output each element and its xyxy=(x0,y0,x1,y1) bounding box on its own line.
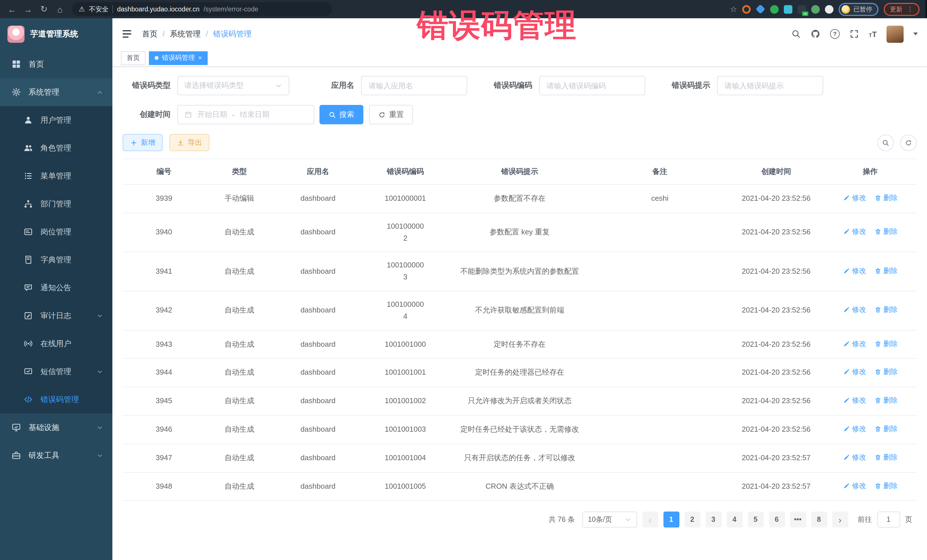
ublock-extension-icon[interactable] xyxy=(742,5,751,14)
sidebar-item-sms-management[interactable]: 短信管理 xyxy=(0,358,112,385)
error-msg-input[interactable] xyxy=(717,76,823,95)
goto-page-input[interactable] xyxy=(877,512,900,528)
sidebar-item-online-users[interactable]: 在线用户 xyxy=(0,329,112,358)
page-button-2[interactable]: 2 xyxy=(684,512,700,528)
breadcrumb-item[interactable]: 错误码管理 xyxy=(213,29,252,39)
help-icon[interactable]: ? xyxy=(830,29,840,39)
page-size-select[interactable]: 10条/页 xyxy=(582,512,637,528)
profile-paused-pill[interactable]: 已暂停 xyxy=(839,3,878,16)
toggle-search-button[interactable] xyxy=(877,134,894,151)
breadcrumb-separator: / xyxy=(163,30,165,38)
sidebar-item-infrastructure[interactable]: 基础设施 xyxy=(0,413,112,442)
font-size-icon[interactable]: TT xyxy=(869,30,877,38)
key-extension-icon[interactable] xyxy=(811,5,820,14)
sidebar-item-dict-management[interactable]: 字典管理 xyxy=(0,246,112,274)
forward-icon[interactable]: → xyxy=(22,4,34,14)
chrome-update-button[interactable]: 更新 ⋮ xyxy=(884,3,919,16)
sidebar-item-user-management[interactable]: 用户管理 xyxy=(0,106,112,134)
refresh-table-button[interactable] xyxy=(900,134,917,151)
hamburger-icon[interactable] xyxy=(122,29,132,39)
delete-link[interactable]: 删除 xyxy=(874,226,898,237)
next-page-button[interactable]: › xyxy=(832,512,848,528)
sidebar-item-post-management[interactable]: 岗位管理 xyxy=(0,218,112,246)
sidebar-item-notice-announcement[interactable]: 通知公告 xyxy=(0,274,112,302)
sidebar-item-role-management[interactable]: 角色管理 xyxy=(0,134,112,162)
tag-home[interactable]: 首页 xyxy=(121,51,146,65)
url-path: /system/error-code xyxy=(204,6,258,12)
edit-link[interactable]: 修改 xyxy=(843,265,866,276)
v-green-extension-icon[interactable] xyxy=(770,5,779,14)
address-bar[interactable]: ⚠ 不安全 dashboard.yudao.iocoder.cn/system/… xyxy=(72,2,332,16)
puzzle-extension-icon[interactable] xyxy=(825,5,833,14)
table-row: 3942自动生成dashboard1001000004不允许获取敏感配置到前端2… xyxy=(123,291,917,330)
add-button[interactable]: 新增 xyxy=(123,134,163,151)
page-button-4[interactable]: 4 xyxy=(726,512,742,528)
sidebar-item-menu-management[interactable]: 菜单管理 xyxy=(0,162,112,190)
sidebar-item-home[interactable]: 首页 xyxy=(0,50,112,78)
delete-link[interactable]: 删除 xyxy=(874,338,898,349)
browser-menu-icon[interactable]: ⋮ xyxy=(906,5,913,13)
cell-type: 自动生成 xyxy=(205,330,274,359)
edit-link[interactable]: 修改 xyxy=(843,452,866,463)
export-button[interactable]: 导出 xyxy=(169,134,209,151)
user-avatar[interactable] xyxy=(886,25,904,42)
delete-link[interactable]: 删除 xyxy=(874,366,898,378)
pager-more-button[interactable]: ••• xyxy=(790,512,806,528)
bookmark-star-icon[interactable]: ☆ xyxy=(730,5,737,14)
edit-link[interactable]: 修改 xyxy=(843,192,866,203)
edit-icon xyxy=(843,228,850,235)
reset-button[interactable]: 重置 xyxy=(369,105,413,124)
edit-link[interactable]: 修改 xyxy=(843,366,866,378)
sidebar-item-dept-management[interactable]: 部门管理 xyxy=(0,190,112,218)
breadcrumb-item[interactable]: 首页 xyxy=(142,29,158,39)
delete-link[interactable]: 删除 xyxy=(874,395,898,406)
proxy-switch-extension-icon[interactable]: on xyxy=(798,5,806,14)
github-icon[interactable] xyxy=(811,29,820,39)
page-button-6[interactable]: 6 xyxy=(769,512,785,528)
tag-error-code[interactable]: 错误码管理× xyxy=(149,51,208,65)
edit-link[interactable]: 修改 xyxy=(843,423,866,434)
error-code-input[interactable] xyxy=(539,76,645,95)
cell-actions: 修改删除 xyxy=(824,252,917,291)
error-type-select[interactable]: 请选择错误码类型 xyxy=(178,76,289,95)
search-button[interactable]: 搜索 xyxy=(319,105,363,124)
fullscreen-icon[interactable] xyxy=(849,29,859,39)
reload-icon[interactable]: ↻ xyxy=(38,4,50,14)
prev-page-button[interactable]: ‹ xyxy=(642,512,658,528)
edit-link[interactable]: 修改 xyxy=(843,480,866,491)
page-button-3[interactable]: 3 xyxy=(705,512,721,528)
delete-link[interactable]: 删除 xyxy=(874,480,898,491)
edit-label: 修改 xyxy=(852,265,866,276)
delete-link[interactable]: 删除 xyxy=(874,192,898,203)
filter-row-1: 错误码类型 请选择错误码类型 应用名 错误码编码 xyxy=(123,76,917,95)
delete-link[interactable]: 删除 xyxy=(874,423,898,434)
edit-link[interactable]: 修改 xyxy=(843,304,866,316)
sidebar-item-system-management[interactable]: 系统管理 xyxy=(0,78,112,106)
delete-icon xyxy=(874,194,881,201)
sidebar-item-error-code-management[interactable]: 错误码管理 xyxy=(0,385,112,413)
page-button-1[interactable]: 1 xyxy=(663,512,679,528)
avatar-caret-icon[interactable] xyxy=(913,32,918,35)
app-name-input[interactable] xyxy=(361,76,467,95)
gem-extension-icon[interactable] xyxy=(755,4,765,14)
delete-link[interactable]: 删除 xyxy=(874,452,898,463)
mosaic-extension-icon[interactable] xyxy=(784,5,792,14)
close-icon[interactable]: × xyxy=(198,55,202,61)
edit-link[interactable]: 修改 xyxy=(843,226,866,237)
edit-link[interactable]: 修改 xyxy=(843,395,866,406)
sidebar-item-audit-log[interactable]: 审计日志 xyxy=(0,302,112,329)
home-icon[interactable]: ⌂ xyxy=(54,4,66,14)
page-button-8[interactable]: 8 xyxy=(811,512,827,528)
sidebar-item-dev-tools[interactable]: 研发工具 xyxy=(0,442,112,469)
search-icon[interactable] xyxy=(791,29,801,39)
cell-id: 3940 xyxy=(123,213,205,252)
page-button-5[interactable]: 5 xyxy=(748,512,764,528)
date-range-picker[interactable]: 开始日期 - 结束日期 xyxy=(178,105,314,124)
breadcrumb-item[interactable]: 系统管理 xyxy=(170,29,201,39)
delete-link[interactable]: 删除 xyxy=(874,265,898,276)
edit-link[interactable]: 修改 xyxy=(843,338,866,349)
delete-link[interactable]: 删除 xyxy=(874,304,898,316)
end-date-placeholder: 结束日期 xyxy=(240,109,269,120)
back-icon[interactable]: ← xyxy=(6,4,18,14)
sidebar-logo-row[interactable]: 芋道管理系统 xyxy=(0,18,112,50)
